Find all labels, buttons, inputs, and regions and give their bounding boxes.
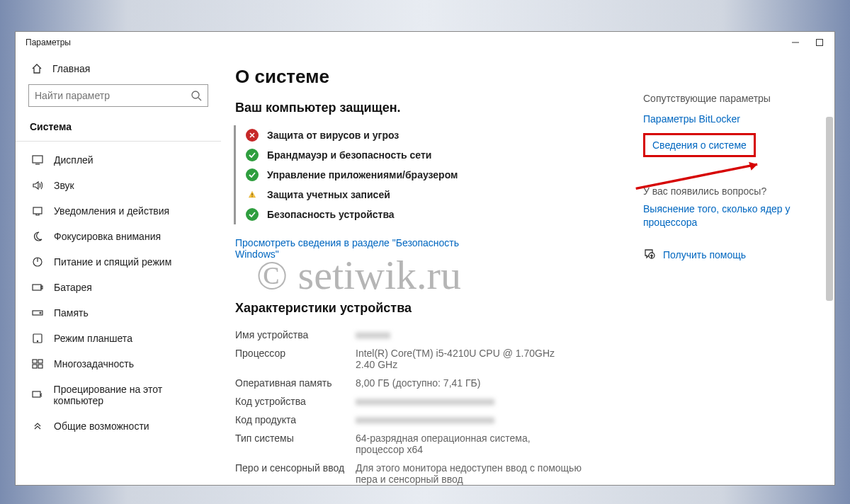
svg-rect-4	[33, 156, 42, 163]
svg-line-3	[198, 98, 201, 101]
svg-point-21	[251, 196, 252, 197]
spec-value: 8,00 ГБ (доступно: 7,41 ГБ)	[356, 377, 643, 389]
protected-heading: Ваш компьютер защищен.	[235, 101, 643, 115]
sidebar-item-display[interactable]: Дисплей	[16, 147, 221, 173]
spec-row: Код устройства xxxxxxxxxxxxxxxxxxxxxxxxx…	[235, 392, 643, 411]
sidebar-item-power[interactable]: Питание и спящий режим	[16, 249, 221, 275]
svg-rect-17	[33, 365, 37, 368]
security-row: Безопасность устройства	[246, 205, 643, 224]
security-row: Защита от вирусов и угроз	[246, 125, 643, 145]
svg-rect-1	[817, 40, 823, 46]
sidebar-item-focus[interactable]: Фокусировка внимания	[16, 224, 221, 249]
svg-point-2	[192, 91, 199, 98]
spec-key: Тип системы	[235, 433, 356, 455]
sound-icon	[31, 180, 44, 191]
svg-rect-9	[33, 285, 41, 290]
spec-value: Для этого монитора недоступен ввод с пом…	[356, 462, 582, 485]
multitask-icon	[31, 358, 44, 370]
system-info-link[interactable]: Сведения о системе	[652, 139, 747, 151]
sidebar-item-shared[interactable]: Общие возможности	[16, 413, 221, 439]
spec-key: Код устройства	[235, 396, 356, 407]
spec-row: Процессор Intel(R) Core(TM) i5-4210U CPU…	[235, 344, 643, 374]
spec-value: xxxxxxxxxxxxxxxxxxxxxxxxxxxx	[356, 396, 643, 407]
sidebar-category: Система	[16, 117, 221, 142]
scrollbar-thumb[interactable]	[826, 117, 833, 301]
svg-point-12	[40, 312, 41, 314]
spec-key: Имя устройства	[235, 329, 356, 340]
sidebar-item-project[interactable]: Проецирование на этот компьютер	[16, 377, 221, 413]
sidebar-item-label: Общие возможности	[54, 420, 149, 432]
svg-rect-16	[38, 360, 42, 363]
svg-rect-18	[38, 365, 42, 368]
sidebar-item-notifications[interactable]: Уведомления и действия	[16, 198, 221, 224]
svg-rect-19	[33, 391, 40, 397]
svg-point-14	[37, 340, 38, 341]
status-ok-icon	[246, 168, 259, 181]
spec-value: xxxxxxx	[356, 329, 643, 340]
spec-row: Тип системы 64-разрядная операционная си…	[235, 429, 643, 459]
security-row-label: Защита от вирусов и угроз	[267, 130, 399, 141]
security-details-link[interactable]: Просмотреть сведения в разделе "Безопасн…	[235, 237, 476, 260]
status-ok-icon	[246, 208, 259, 221]
security-row-label: Защита учетных записей	[267, 189, 390, 200]
spec-value: xxxxxxxxxxxxxxxxxxxxxxxxxxxx	[356, 414, 643, 425]
sidebar-item-sound[interactable]: Звук	[16, 173, 221, 198]
search-input-wrap[interactable]	[28, 84, 208, 107]
spec-key: Процессор	[235, 348, 356, 370]
status-bad-icon	[246, 129, 259, 142]
security-row: Управление приложениями/браузером	[246, 165, 643, 185]
search-icon	[191, 90, 202, 101]
status-ok-icon	[246, 149, 259, 161]
spec-row: Перо и сенсорный ввод Для этого монитора…	[235, 459, 643, 485]
specs-section: Имя устройства xxxxxxx Процессор Intel(R…	[235, 326, 643, 485]
sidebar-item-storage[interactable]: Память	[16, 300, 221, 326]
sidebar-item-label: Проецирование на этот компьютер	[54, 384, 211, 406]
window-title: Параметры	[21, 38, 71, 47]
status-warn-icon	[246, 188, 259, 201]
spec-key: Код продукта	[235, 414, 356, 425]
display-icon	[31, 154, 44, 166]
security-row-label: Брандмауэр и безопасность сети	[267, 149, 431, 161]
sidebar-item-label: Режим планшета	[54, 333, 132, 344]
spec-row: Имя устройства xxxxxxx	[235, 326, 643, 344]
sidebar-home-label: Главная	[52, 63, 90, 74]
related-column: Сопутствующие параметры Параметры BitLoc…	[643, 66, 820, 485]
security-section: Защита от вирусов и угроз Брандмауэр и б…	[234, 125, 643, 224]
spec-key: Оперативная память	[235, 377, 356, 389]
security-row: Защита учетных записей	[246, 185, 643, 205]
sidebar-item-battery[interactable]: Батарея	[16, 275, 221, 300]
sidebar-home[interactable]: Главная	[16, 59, 221, 81]
sidebar-item-tablet[interactable]: Режим планшета	[16, 326, 221, 351]
settings-window: Параметры Главная Система	[15, 31, 835, 486]
sidebar-nav: Дисплей Звук Уведомления и действия Фоку…	[16, 147, 221, 485]
sidebar-item-label: Фокусировка внимания	[54, 231, 161, 242]
shared-icon	[31, 420, 44, 432]
scrollbar[interactable]	[826, 117, 833, 478]
cores-link[interactable]: Выяснение того, сколько ядер у процессор…	[643, 202, 792, 229]
sidebar-item-multitask[interactable]: Многозадачность	[16, 351, 221, 377]
svg-rect-6	[33, 207, 42, 214]
bitlocker-link[interactable]: Параметры BitLocker	[643, 113, 820, 126]
home-icon	[31, 63, 44, 74]
spec-key: Перо и сенсорный ввод	[235, 462, 356, 485]
power-icon	[31, 256, 44, 268]
spec-row: Оперативная память 8,00 ГБ (доступно: 7,…	[235, 374, 643, 392]
get-help-link[interactable]: Получить помощь	[663, 249, 746, 260]
project-icon	[31, 389, 44, 401]
sidebar-item-label: Звук	[54, 180, 74, 191]
security-row: Брандмауэр и безопасность сети	[246, 145, 643, 165]
battery-icon	[31, 282, 44, 293]
tablet-icon	[31, 333, 44, 344]
spec-row: Код продукта xxxxxxxxxxxxxxxxxxxxxxxxxxx…	[235, 411, 643, 429]
spec-value: Intel(R) Core(TM) i5-4210U CPU @ 1.70GHz…	[356, 348, 568, 370]
svg-marker-25	[749, 162, 757, 171]
sidebar-item-label: Память	[54, 307, 89, 319]
maximize-button[interactable]	[810, 36, 829, 49]
help-icon: ?	[643, 248, 656, 263]
notifications-icon	[31, 205, 44, 217]
search-input[interactable]	[35, 90, 191, 101]
sidebar-item-label: Питание и спящий режим	[54, 256, 171, 268]
sidebar-item-label: Батарея	[54, 282, 92, 293]
sidebar-item-label: Многозадачность	[54, 358, 134, 370]
minimize-button[interactable]	[786, 36, 805, 49]
